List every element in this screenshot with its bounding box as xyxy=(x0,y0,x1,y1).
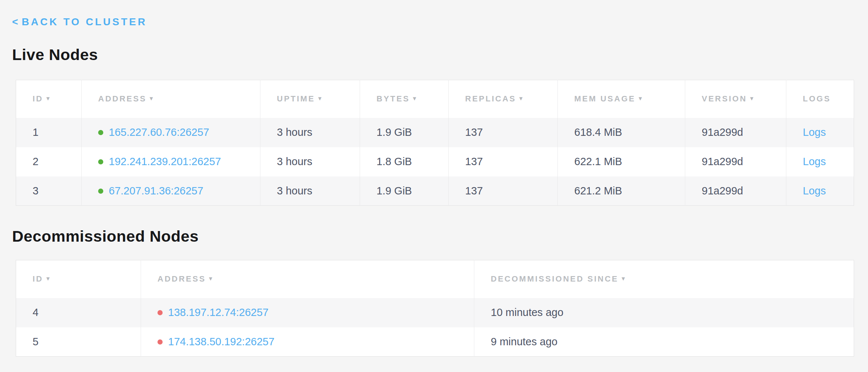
cell-address: 67.207.91.36:26257 xyxy=(82,176,260,206)
logs-link[interactable]: Logs xyxy=(803,126,826,138)
decommissioned-status-icon xyxy=(157,339,163,345)
sort-arrow-icon: ▾ xyxy=(622,275,626,282)
cell-address: 174.138.50.192:26257 xyxy=(141,327,474,357)
cell-mem-usage: 621.2 MiB xyxy=(558,176,685,206)
cell-version: 91a299d xyxy=(685,118,786,147)
node-address-link[interactable]: 192.241.239.201:26257 xyxy=(109,156,221,167)
cell-bytes: 1.8 GiB xyxy=(360,147,449,176)
column-header-address[interactable]: ADDRESS▾ xyxy=(82,80,260,118)
back-chevron-icon: < xyxy=(12,16,18,27)
sort-arrow-icon: ▾ xyxy=(47,95,51,101)
cell-uptime: 3 hours xyxy=(260,147,360,176)
cell-node-id: 5 xyxy=(16,327,141,357)
cell-decommissioned-since: 10 minutes ago xyxy=(474,298,854,327)
cell-uptime: 3 hours xyxy=(260,176,360,206)
cell-node-id: 4 xyxy=(16,298,141,327)
table-row: 5 174.138.50.192:26257 9 minutes ago xyxy=(16,327,854,357)
sort-arrow-icon: ▾ xyxy=(209,275,214,282)
cell-node-id: 2 xyxy=(16,147,82,176)
node-address-link[interactable]: 67.207.91.36:26257 xyxy=(109,185,203,197)
column-header-uptime[interactable]: UPTIME▾ xyxy=(260,80,360,118)
table-row: 1 165.227.60.76:26257 3 hours 1.9 GiB 13… xyxy=(16,118,854,147)
cell-version: 91a299d xyxy=(685,147,786,176)
cell-version: 91a299d xyxy=(685,176,786,206)
table-row: 4 138.197.12.74:26257 10 minutes ago xyxy=(16,298,854,327)
sort-arrow-icon: ▾ xyxy=(413,95,418,101)
column-header-replicas[interactable]: REPLICAS▾ xyxy=(449,80,558,118)
table-row: 3 67.207.91.36:26257 3 hours 1.9 GiB 137… xyxy=(16,176,854,206)
column-header-mem-usage[interactable]: MEM USAGE▾ xyxy=(558,80,685,118)
live-nodes-table: ID▾ ADDRESS▾ UPTIME▾ BYTES▾ REPLICAS▾ ME… xyxy=(16,80,854,206)
live-status-icon xyxy=(98,189,103,194)
logs-link[interactable]: Logs xyxy=(803,156,826,167)
column-header-address[interactable]: ADDRESS▾ xyxy=(141,260,474,298)
column-header-logs: LOGS xyxy=(786,80,854,118)
cell-replicas: 137 xyxy=(449,176,558,206)
sort-arrow-icon: ▾ xyxy=(639,95,643,101)
sort-arrow-icon: ▾ xyxy=(150,95,154,101)
live-nodes-header-row: ID▾ ADDRESS▾ UPTIME▾ BYTES▾ REPLICAS▾ ME… xyxy=(16,80,854,118)
cell-logs: Logs xyxy=(786,147,854,176)
cell-logs: Logs xyxy=(786,118,854,147)
back-link-label: BACK TO CLUSTER xyxy=(22,16,147,27)
cell-replicas: 137 xyxy=(449,118,558,147)
decommissioned-header-row: ID▾ ADDRESS▾ DECOMMISSIONED SINCE▾ xyxy=(16,260,854,298)
live-nodes-title: Live Nodes xyxy=(12,45,868,64)
cell-decommissioned-since: 9 minutes ago xyxy=(474,327,854,357)
decommissioned-nodes-table: ID▾ ADDRESS▾ DECOMMISSIONED SINCE▾ 4 138… xyxy=(16,260,854,357)
sort-arrow-icon: ▾ xyxy=(47,275,51,282)
cell-logs: Logs xyxy=(786,176,854,206)
cell-node-id: 3 xyxy=(16,176,82,206)
column-header-bytes[interactable]: BYTES▾ xyxy=(360,80,449,118)
live-status-icon xyxy=(98,130,103,135)
cell-bytes: 1.9 GiB xyxy=(360,118,449,147)
logs-link[interactable]: Logs xyxy=(803,185,826,197)
live-status-icon xyxy=(98,159,103,164)
cell-mem-usage: 618.4 MiB xyxy=(558,118,685,147)
decommissioned-status-icon xyxy=(157,310,163,315)
node-address-link[interactable]: 174.138.50.192:26257 xyxy=(168,336,274,347)
sort-arrow-icon: ▾ xyxy=(750,95,755,101)
node-address-link[interactable]: 138.197.12.74:26257 xyxy=(168,306,268,318)
node-address-link[interactable]: 165.227.60.76:26257 xyxy=(109,126,209,138)
column-header-id[interactable]: ID▾ xyxy=(16,260,141,298)
cell-address: 192.241.239.201:26257 xyxy=(82,147,260,176)
back-to-cluster-link[interactable]: <BACK TO CLUSTER xyxy=(12,15,147,29)
column-header-id[interactable]: ID▾ xyxy=(16,80,82,118)
cell-replicas: 137 xyxy=(449,147,558,176)
table-row: 2 192.241.239.201:26257 3 hours 1.8 GiB … xyxy=(16,147,854,176)
cell-mem-usage: 622.1 MiB xyxy=(558,147,685,176)
cell-bytes: 1.9 GiB xyxy=(360,176,449,206)
sort-arrow-icon: ▾ xyxy=(318,95,323,101)
nodes-page: <BACK TO CLUSTER Live Nodes ID▾ ADDRESS▾… xyxy=(0,0,868,357)
cell-uptime: 3 hours xyxy=(260,118,360,147)
cell-address: 165.227.60.76:26257 xyxy=(82,118,260,147)
cell-address: 138.197.12.74:26257 xyxy=(141,298,474,327)
sort-arrow-icon: ▾ xyxy=(519,95,524,101)
decommissioned-nodes-title: Decommissioned Nodes xyxy=(12,227,868,245)
column-header-version[interactable]: VERSION▾ xyxy=(685,80,786,118)
column-header-decommissioned-since[interactable]: DECOMMISSIONED SINCE▾ xyxy=(474,260,854,298)
cell-node-id: 1 xyxy=(16,118,82,147)
